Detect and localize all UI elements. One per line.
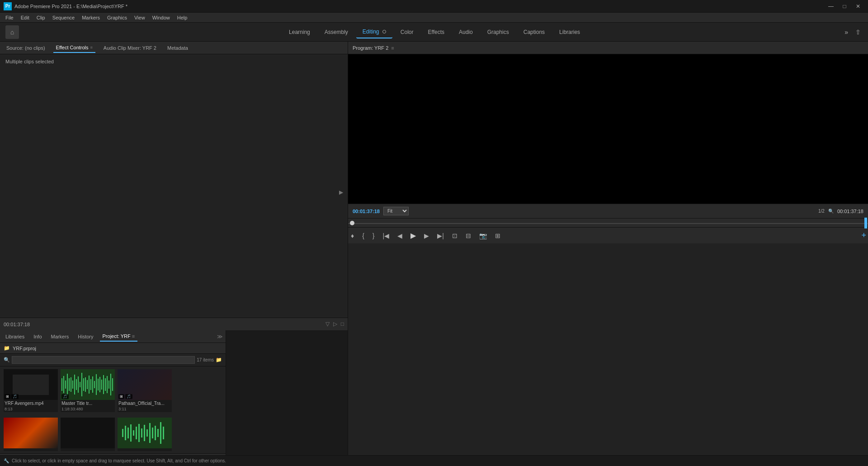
svg-rect-40 <box>152 428 153 438</box>
media-item[interactable]: ⊞ 🎵 YRF Avengers.mp4 8:13 <box>4 369 58 412</box>
publish-button[interactable]: ⇧ <box>854 27 863 38</box>
out-point-button[interactable]: } <box>370 230 377 241</box>
tab-metadata[interactable]: Metadata <box>165 43 191 52</box>
status-text: Click to select, or click in empty space… <box>12 458 226 463</box>
menu-markers[interactable]: Markers <box>78 14 104 21</box>
goto-out-button[interactable]: ▶| <box>434 230 447 241</box>
play-button[interactable]: ▶ <box>408 229 419 242</box>
project-name: YRF.prproj <box>13 346 36 351</box>
svg-rect-39 <box>149 423 151 443</box>
in-point-button[interactable]: { <box>359 230 367 241</box>
menu-graphics[interactable]: Graphics <box>104 14 131 21</box>
export-frame-button[interactable]: 📷 <box>476 230 490 241</box>
tab-source[interactable]: Source: (no clips) <box>4 43 48 52</box>
tab-audio[interactable]: Audio <box>453 26 479 38</box>
menu-clip[interactable]: Clip <box>33 14 49 21</box>
menu-file[interactable]: File <box>2 14 17 21</box>
tab-libraries[interactable]: Libraries <box>553 26 586 38</box>
svg-rect-2 <box>65 380 66 389</box>
media-item-name: YRF Avengers.mp4 <box>4 400 58 407</box>
svg-rect-16 <box>90 379 91 390</box>
close-button[interactable]: ✕ <box>852 1 864 11</box>
insert-button[interactable]: ⊞ <box>492 230 503 241</box>
new-bin-button[interactable]: 📁 <box>216 357 222 363</box>
tab-effects[interactable]: Effects <box>422 26 451 38</box>
timeline-right-marker[interactable] <box>864 218 867 228</box>
status-icon: 🔧 <box>4 458 9 463</box>
svg-rect-31 <box>127 428 129 438</box>
minimize-button[interactable]: — <box>825 1 837 11</box>
tab-markers[interactable]: Markers <box>48 332 72 341</box>
goto-in-button[interactable]: |◀ <box>380 230 392 241</box>
svg-rect-42 <box>157 429 159 437</box>
menu-sequence[interactable]: Sequence <box>49 14 79 21</box>
expand-arrow-icon[interactable]: ▶ <box>339 189 343 195</box>
svg-rect-6 <box>72 380 73 389</box>
program-header: Program: YRF 2 ≡ <box>348 42 868 54</box>
program-timecode: 00:01:37:18 <box>353 209 380 214</box>
project-name-row: 📁 YRF.prproj <box>0 343 226 354</box>
svg-rect-28 <box>112 378 113 391</box>
tab-project[interactable]: Project: YRF ≡ <box>100 332 138 342</box>
zoom-icon[interactable]: 🔍 <box>828 209 834 214</box>
source-panel: Multiple clips selected ▶ 00:01:37:18 ▽ … <box>0 54 348 330</box>
program-menu-icon[interactable]: ≡ <box>391 45 394 51</box>
status-bar: 🔧 Click to select, or click in empty spa… <box>0 455 868 466</box>
tab-effect-controls[interactable]: Effect Controls ≡ <box>53 43 95 53</box>
tab-libraries[interactable]: Libraries <box>3 332 27 341</box>
timeline-playhead-dot[interactable] <box>350 221 354 225</box>
media-item[interactable] <box>4 418 58 451</box>
more-workspaces-button[interactable]: » <box>843 27 850 38</box>
home-button[interactable]: ⌂ <box>5 25 19 39</box>
tab-audio-clip-mixer[interactable]: Audio Clip Mixer: YRF 2 <box>101 43 159 52</box>
svg-rect-41 <box>155 426 156 440</box>
tab-info[interactable]: Info <box>31 332 44 341</box>
svg-rect-44 <box>163 427 164 439</box>
svg-rect-13 <box>85 377 86 392</box>
tab-graphics[interactable]: Graphics <box>481 26 515 38</box>
program-transport: ♦ { } |◀ ◀ ▶ ▶ ▶| ⊡ ⊟ 📷 ⊞ + <box>348 227 868 243</box>
svg-rect-35 <box>138 424 140 442</box>
step-back-button[interactable]: ◀ <box>395 230 405 241</box>
svg-rect-0 <box>61 378 62 391</box>
svg-rect-27 <box>110 374 111 395</box>
svg-rect-21 <box>99 377 100 392</box>
maximize-button[interactable]: □ <box>838 1 851 11</box>
add-button[interactable]: + <box>861 231 866 240</box>
media-item-name: Master Title tr... <box>61 400 115 407</box>
menu-help[interactable]: Help <box>174 14 191 21</box>
add-marker-button[interactable]: ♦ <box>348 230 357 241</box>
menu-edit[interactable]: Edit <box>17 14 33 21</box>
media-item[interactable]: 🎵 Master Title tr... 1:18:33:480 <box>61 369 115 412</box>
settings2-icon[interactable]: ▷ <box>333 321 337 327</box>
tab-editing[interactable]: Editing <box>356 26 392 38</box>
project-search-input[interactable] <box>12 356 195 364</box>
svg-rect-37 <box>144 425 145 441</box>
media-item[interactable] <box>118 418 172 451</box>
step-forward-button[interactable]: ▶ <box>421 230 432 241</box>
tab-color[interactable]: Color <box>394 26 420 38</box>
tab-assembly[interactable]: Assembly <box>318 26 354 38</box>
filter-icon[interactable]: ▽ <box>326 321 330 327</box>
media-item[interactable] <box>61 418 115 451</box>
svg-rect-4 <box>69 378 70 391</box>
menu-view[interactable]: View <box>131 14 149 21</box>
svg-rect-36 <box>141 428 142 437</box>
program-timeline-bar[interactable] <box>348 218 868 227</box>
svg-rect-12 <box>83 378 84 391</box>
media-item[interactable]: ⊞ 🎵 Pathaan_Official_Tra... 3:11 <box>118 369 172 412</box>
extract-button[interactable]: ⊟ <box>463 230 474 241</box>
tab-captions[interactable]: Captions <box>517 26 551 38</box>
svg-rect-23 <box>103 375 104 394</box>
svg-rect-7 <box>74 375 75 395</box>
tab-learning[interactable]: Learning <box>283 26 316 38</box>
effect-controls-menu-icon[interactable]: ≡ <box>90 45 93 50</box>
lift-button[interactable]: ⊡ <box>449 230 460 241</box>
tab-history[interactable]: History <box>75 332 96 341</box>
fit-dropdown[interactable]: Fit 25% 50% 100% <box>383 207 409 215</box>
menu-window[interactable]: Window <box>149 14 174 21</box>
media-item-duration <box>118 450 172 451</box>
svg-rect-30 <box>125 426 126 440</box>
expand-panel-icon[interactable]: ≫ <box>217 333 223 340</box>
export-icon[interactable]: □ <box>341 321 344 327</box>
